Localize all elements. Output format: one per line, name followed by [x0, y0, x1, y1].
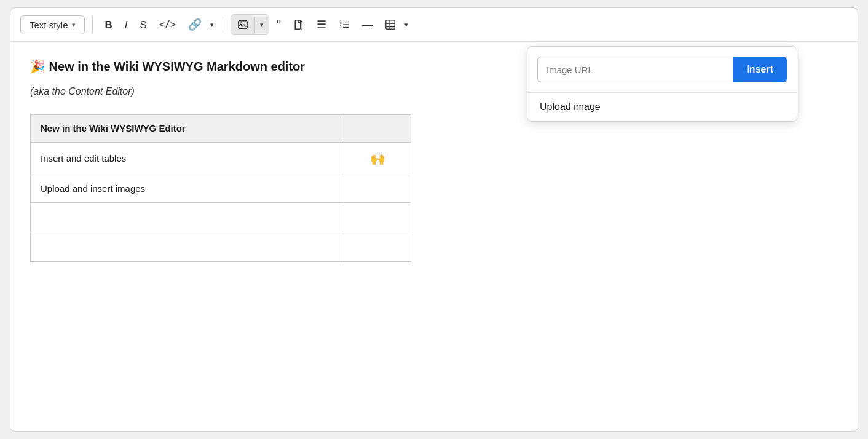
editor-table: New in the Wiki WYSIWYG Editor Insert an… [30, 114, 411, 262]
image-dropdown-button[interactable]: ▾ [254, 17, 269, 33]
chevron-down-icon: ▾ [260, 21, 264, 29]
ordered-list-button[interactable]: 1 2 3 [334, 15, 355, 34]
attachment-icon [293, 19, 304, 30]
toolbar-divider-1 [92, 16, 93, 33]
strikethrough-button[interactable]: S [135, 16, 152, 34]
table-cell-row1-col2: 🙌 [344, 142, 411, 175]
svg-rect-0 [239, 21, 247, 29]
code-button[interactable]: </> [154, 17, 181, 33]
svg-rect-9 [386, 20, 395, 29]
hr-button[interactable]: — [357, 15, 377, 34]
image-icon [237, 19, 248, 30]
table-header-col2 [344, 114, 411, 142]
chevron-down-icon: ▾ [404, 22, 408, 28]
text-style-label: Text style [30, 20, 68, 30]
image-insert-button[interactable]: Insert [733, 57, 787, 82]
attachment-button[interactable] [288, 15, 309, 34]
table-button[interactable] [380, 15, 401, 34]
table-cell-row4-col2 [344, 232, 411, 261]
blockquote-button[interactable]: " [272, 15, 286, 34]
upload-image-option[interactable]: Upload image [527, 93, 797, 121]
link-dropdown-button[interactable]: ▾ [209, 18, 215, 32]
text-style-button[interactable]: Text style ▾ [20, 15, 85, 34]
chevron-down-icon: ▾ [210, 22, 214, 28]
image-insert-popup: Insert Upload image [527, 46, 797, 122]
toolbar: Text style ▾ B I S </> 🔗 ▾ [10, 8, 858, 42]
image-button-group: ▾ [231, 14, 269, 35]
table-row: Upload and insert images [31, 175, 411, 202]
table-icon [385, 19, 396, 30]
image-url-row: Insert [527, 47, 797, 93]
table-header-row: New in the Wiki WYSIWYG Editor [31, 114, 411, 142]
table-cell-row3-col1 [31, 202, 344, 232]
italic-button[interactable]: I [120, 16, 133, 34]
table-header-col1: New in the Wiki WYSIWYG Editor [31, 114, 344, 142]
svg-text:3: 3 [340, 26, 342, 29]
chevron-down-icon: ▾ [72, 21, 76, 29]
table-cell-row2-col2 [344, 175, 411, 202]
table-cell-row1-col1: Insert and edit tables [31, 142, 344, 175]
bold-button[interactable]: B [100, 16, 117, 34]
editor-container: Text style ▾ B I S </> 🔗 ▾ [10, 7, 858, 432]
table-row [31, 232, 411, 261]
table-row [31, 202, 411, 232]
link-button[interactable]: 🔗 [183, 15, 207, 34]
table-cell-row3-col2 [344, 202, 411, 232]
table-cell-row2-col1: Upload and insert images [31, 175, 344, 202]
image-button[interactable] [231, 15, 254, 34]
table-dropdown-button[interactable]: ▾ [403, 18, 409, 32]
bullet-list-button[interactable]: ☰ [312, 15, 331, 34]
table-row: Insert and edit tables 🙌 [31, 142, 411, 175]
image-url-input[interactable] [537, 57, 733, 82]
toolbar-divider-2 [223, 16, 223, 33]
ordered-list-icon: 1 2 3 [339, 19, 350, 30]
table-cell-row4-col1 [31, 232, 344, 261]
